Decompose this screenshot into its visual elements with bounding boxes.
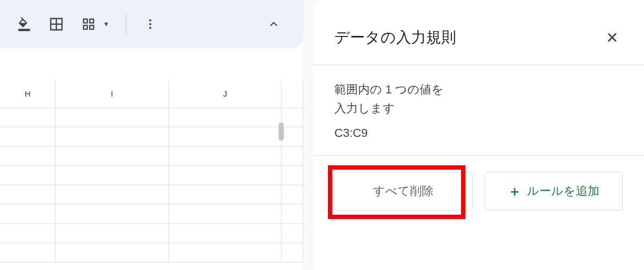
- toolbar-divider: [126, 14, 126, 34]
- panel-header: データの入力規則 ✕: [313, 0, 644, 65]
- column-header-j[interactable]: J: [169, 81, 282, 107]
- plus-icon: ＋: [508, 182, 522, 201]
- delete-all-button[interactable]: すべて削除: [334, 172, 473, 210]
- grid-row: [0, 204, 303, 223]
- close-icon: ✕: [606, 29, 618, 47]
- grid-row: [0, 146, 303, 165]
- fill-color-icon[interactable]: [16, 16, 32, 32]
- add-rule-label: ルールを追加: [527, 183, 599, 199]
- svg-point-1: [149, 19, 151, 21]
- panel-actions: すべて削除 ＋ ルールを追加: [313, 172, 644, 210]
- panel-title: データの入力規則: [334, 27, 456, 48]
- column-headers[interactable]: H I J: [0, 81, 303, 107]
- spreadsheet-area: ▼ H I J: [0, 0, 303, 270]
- more-vert-icon[interactable]: [142, 16, 158, 32]
- svg-point-3: [149, 27, 151, 29]
- svg-rect-0: [18, 29, 30, 31]
- svg-point-2: [149, 23, 151, 25]
- panel-divider: [313, 155, 644, 156]
- toolbar: ▼: [0, 0, 303, 48]
- grid-row: [0, 185, 303, 204]
- delete-all-label: すべて削除: [373, 183, 434, 199]
- sheet-grid[interactable]: H I J: [0, 81, 303, 262]
- rule-range[interactable]: C3:C9: [313, 118, 644, 155]
- add-rule-button[interactable]: ＋ ルールを追加: [485, 172, 623, 210]
- grid-row: [0, 107, 303, 127]
- grid-row: [0, 223, 303, 243]
- column-header-h[interactable]: H: [0, 81, 55, 107]
- merge-cells-icon[interactable]: [80, 16, 97, 32]
- vertical-scrollbar-thumb[interactable]: [279, 122, 284, 141]
- column-header-i[interactable]: I: [55, 81, 169, 107]
- grid-row: [0, 165, 303, 185]
- collapse-toolbar-icon[interactable]: [266, 16, 282, 32]
- rule-description[interactable]: 範囲内の 1 つの値を 入力します: [313, 65, 644, 118]
- grid-row: [0, 127, 303, 146]
- column-header-blank[interactable]: [282, 81, 303, 107]
- grid-row: [0, 243, 303, 262]
- borders-icon[interactable]: [48, 16, 64, 32]
- merge-dropdown-icon[interactable]: ▼: [103, 20, 109, 28]
- close-button[interactable]: ✕: [601, 27, 623, 48]
- data-validation-panel: データの入力規則 ✕ 範囲内の 1 つの値を 入力します C3:C9 すべて削除…: [313, 0, 644, 270]
